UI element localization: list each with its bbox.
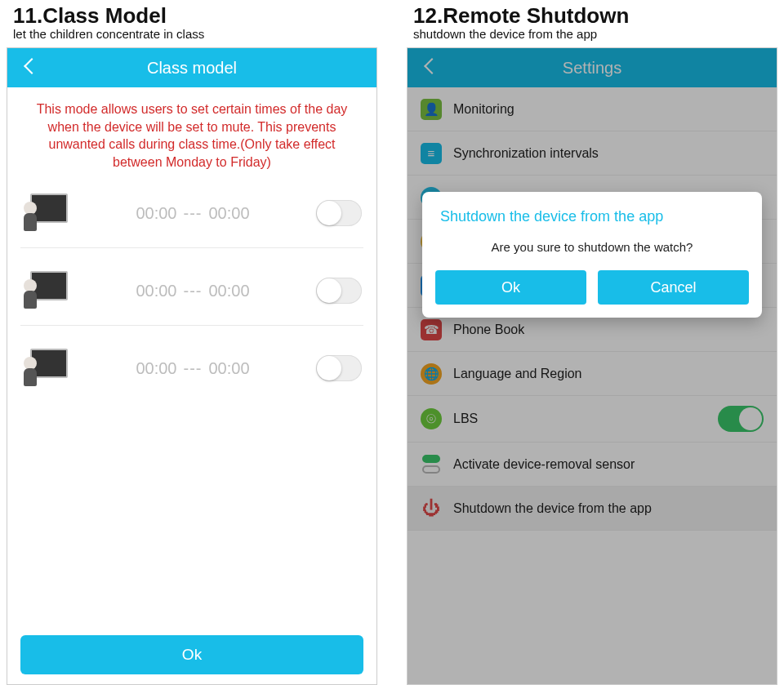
toggle-row-1[interactable]: [316, 200, 362, 226]
lbs-icon: ⦾: [421, 408, 442, 429]
time-sep: ---: [184, 359, 203, 378]
appbar-class-model: Class model: [7, 48, 376, 87]
setting-shutdown[interactable]: ⏻ Shutdown the device from the app: [408, 487, 777, 531]
time-to: 00:00: [208, 204, 249, 223]
time-from: 00:00: [136, 282, 176, 300]
dialog-ok-button[interactable]: Ok: [435, 270, 586, 305]
toggle-row-3[interactable]: [316, 355, 362, 381]
setting-label: Activate device-removal sensor: [453, 457, 635, 472]
appbar-title: Settings: [408, 59, 777, 78]
teacher-icon: [22, 193, 69, 233]
time-sep: ---: [184, 282, 203, 300]
sensor-icon: [421, 454, 442, 475]
setting-label: Shutdown the device from the app: [453, 501, 652, 516]
time-range[interactable]: 00:00 --- 00:00: [79, 359, 306, 378]
appbar-title: Class model: [7, 59, 376, 78]
arrow-left-icon: [23, 60, 38, 75]
setting-language[interactable]: 🌐 Language and Region: [408, 352, 777, 396]
setting-lbs[interactable]: ⦾ LBS: [408, 396, 777, 443]
teacher-icon: [22, 271, 69, 310]
time-from: 00:00: [136, 204, 176, 223]
power-icon: ⏻: [421, 498, 442, 519]
teacher-icon: [22, 349, 69, 388]
dialog-title: Shutdown the device from the app: [435, 208, 749, 225]
setting-label: Monitoring: [453, 102, 514, 117]
time-row: 00:00 --- 00:00: [20, 266, 363, 326]
setting-label: LBS: [453, 411, 478, 426]
lbs-toggle[interactable]: [718, 406, 764, 432]
section-sub-12: shutdown the device from the app: [413, 27, 777, 41]
setting-label: Synchronization intervals: [453, 146, 599, 161]
ok-button[interactable]: Ok: [20, 635, 363, 674]
back-button[interactable]: [19, 56, 42, 79]
dialog-message: Are you sure to shutdown the watch?: [435, 240, 749, 254]
setting-sync[interactable]: ≡ Synchronization intervals: [408, 131, 777, 176]
globe-icon: 🌐: [421, 363, 442, 385]
back-button[interactable]: [419, 56, 442, 79]
phone-settings: Settings 👤 Monitoring ≡ Synchronization …: [407, 47, 777, 685]
time-to: 00:00: [208, 282, 249, 300]
setting-label: Language and Region: [453, 367, 581, 381]
section-title-12: 12.Remote Shutdown: [413, 3, 777, 29]
phonebook-icon: ☎: [421, 319, 442, 340]
class-mode-description: This mode allows users to set certain ti…: [20, 100, 363, 182]
shutdown-dialog: Shutdown the device from the app Are you…: [422, 192, 762, 318]
section-sub-11: let the children concentrate in class: [13, 27, 377, 41]
arrow-left-icon: [423, 60, 438, 75]
section-title-11: 11.Class Model: [13, 3, 377, 29]
time-range[interactable]: 00:00 --- 00:00: [79, 282, 306, 300]
time-from: 00:00: [136, 359, 176, 378]
time-row: 00:00 --- 00:00: [20, 189, 363, 248]
time-sep: ---: [184, 204, 203, 223]
time-range[interactable]: 00:00 --- 00:00: [79, 204, 306, 223]
dialog-cancel-button[interactable]: Cancel: [598, 270, 749, 305]
setting-label: Phone Book: [453, 322, 524, 337]
setting-monitoring[interactable]: 👤 Monitoring: [408, 87, 777, 131]
toggle-row-2[interactable]: [316, 278, 362, 304]
monitor-icon: 👤: [421, 99, 442, 120]
time-row: 00:00 --- 00:00: [20, 344, 363, 403]
sync-icon: ≡: [421, 143, 442, 164]
time-to: 00:00: [208, 359, 249, 378]
appbar-settings: Settings: [408, 48, 777, 87]
setting-removal-sensor[interactable]: Activate device-removal sensor: [408, 443, 777, 487]
phone-class-model: Class model This mode allows users to se…: [7, 47, 377, 685]
